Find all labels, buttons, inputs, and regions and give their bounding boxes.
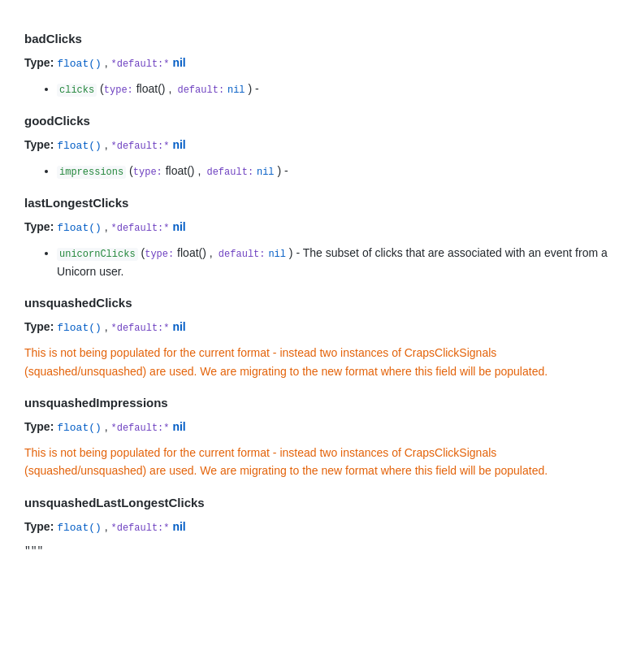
nil-value: nil bbox=[172, 56, 185, 69]
type-label: Type: bbox=[24, 320, 54, 333]
nil-value: nil bbox=[172, 138, 185, 151]
field-last-longest-clicks: lastLongestClicks Type: float() , *defau… bbox=[24, 193, 608, 280]
default-label: *default:* bbox=[110, 141, 169, 152]
documentation-content: badClicks Type: float() , *default:* nil… bbox=[24, 29, 608, 560]
field-unsquashed-clicks: unsquashedClicks Type: float() , *defaul… bbox=[24, 293, 608, 380]
type-value: float() bbox=[57, 140, 102, 152]
type-value: float() bbox=[57, 522, 102, 534]
field-unsquashed-last-longest-clicks: unsquashedLastLongestClicks Type: float(… bbox=[24, 493, 608, 561]
default-label: *default:* bbox=[110, 59, 169, 70]
type-line-bad-clicks: Type: float() , *default:* nil bbox=[24, 54, 608, 73]
type-line-good-clicks: Type: float() , *default:* nil bbox=[24, 136, 608, 155]
field-name-last-longest-clicks: lastLongestClicks bbox=[24, 193, 608, 213]
type-value: float() bbox=[57, 322, 102, 334]
list-item: clicks (type: float() , default: nil ) - bbox=[57, 80, 608, 98]
type-value: float() bbox=[57, 58, 102, 70]
type-label: Type: bbox=[24, 520, 54, 533]
bullet-list-good-clicks: impressions (type: float() , default: ni… bbox=[24, 162, 608, 180]
type-label: Type: bbox=[24, 420, 54, 433]
field-unsquashed-impressions: unsquashedImpressions Type: float() , *d… bbox=[24, 393, 608, 480]
field-name-good-clicks: goodClicks bbox=[24, 111, 608, 131]
default-label: *default:* bbox=[110, 423, 169, 434]
nil-value: nil bbox=[172, 320, 185, 333]
type-line-last-longest-clicks: Type: float() , *default:* nil bbox=[24, 218, 608, 237]
default-label: *default:* bbox=[110, 223, 169, 234]
field-bad-clicks: badClicks Type: float() , *default:* nil… bbox=[24, 29, 608, 98]
type-label: Type: bbox=[24, 138, 54, 151]
type-line-unsquashed-impressions: Type: float() , *default:* nil bbox=[24, 418, 608, 437]
ref-clicks: clicks bbox=[57, 84, 97, 97]
nil-value: nil bbox=[172, 420, 185, 433]
nil-value: nil bbox=[172, 220, 185, 233]
field-name-unsquashed-impressions: unsquashedImpressions bbox=[24, 393, 608, 413]
default-label: *default:* bbox=[110, 323, 169, 334]
bullet-list-last-longest-clicks: unicornClicks (type: float() , default: … bbox=[24, 244, 608, 281]
list-item: impressions (type: float() , default: ni… bbox=[57, 162, 608, 180]
warning-unsquashed-impressions: This is not being populated for the curr… bbox=[24, 444, 608, 480]
type-label: Type: bbox=[24, 220, 54, 233]
warning-unsquashed-clicks: This is not being populated for the curr… bbox=[24, 344, 608, 380]
triple-quote: """ bbox=[24, 543, 608, 560]
field-good-clicks: goodClicks Type: float() , *default:* ni… bbox=[24, 111, 608, 180]
type-line-unsquashed-last-longest-clicks: Type: float() , *default:* nil bbox=[24, 518, 608, 537]
type-value: float() bbox=[57, 422, 102, 434]
type-label: Type: bbox=[24, 56, 54, 69]
ref-impressions: impressions bbox=[57, 166, 126, 179]
nil-value: nil bbox=[172, 520, 185, 533]
field-name-unsquashed-last-longest-clicks: unsquashedLastLongestClicks bbox=[24, 493, 608, 513]
field-name-unsquashed-clicks: unsquashedClicks bbox=[24, 293, 608, 313]
type-line-unsquashed-clicks: Type: float() , *default:* nil bbox=[24, 318, 608, 337]
list-item: unicornClicks (type: float() , default: … bbox=[57, 244, 608, 281]
field-name-bad-clicks: badClicks bbox=[24, 29, 608, 49]
ref-unicorn-clicks: unicornClicks bbox=[57, 248, 138, 261]
type-value: float() bbox=[57, 222, 102, 234]
bullet-list-bad-clicks: clicks (type: float() , default: nil ) - bbox=[24, 80, 608, 98]
default-label: *default:* bbox=[110, 522, 169, 534]
